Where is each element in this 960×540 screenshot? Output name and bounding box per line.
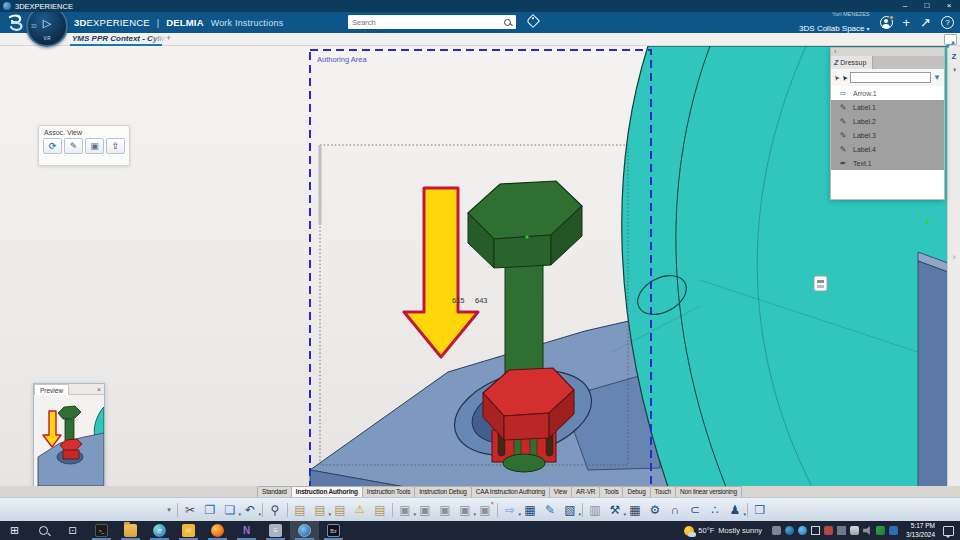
linkage-icon[interactable]: ∴	[705, 500, 725, 519]
marker-pen-icon[interactable]: ✎	[540, 500, 560, 519]
onedrive-tray-icon[interactable]	[811, 526, 820, 535]
assoc-sync-button[interactable]: ⟳	[43, 138, 62, 154]
taskbar-clock[interactable]: 5:17 PM 3/13/2024	[906, 522, 935, 538]
maximize-button[interactable]: □	[916, 0, 938, 12]
edge-browser-button[interactable]: e	[145, 521, 174, 540]
tab-dressup[interactable]: Z Dressup	[831, 56, 873, 69]
task-view-button[interactable]: ⊡	[58, 521, 87, 540]
connector-icon[interactable]: ⊂	[685, 500, 705, 519]
start-button[interactable]: ⊞	[0, 521, 29, 540]
tab-caa-instruction-authoring[interactable]: CAA Instruction Authoring	[471, 486, 550, 497]
capture-edit-icon[interactable]: ▣	[455, 500, 475, 519]
dressup-dock-icon[interactable]: Z	[952, 52, 957, 61]
direction-arrow[interactable]	[404, 188, 478, 357]
validate-user-icon[interactable]: ♟	[725, 500, 745, 519]
capture-icon[interactable]: ▣	[395, 500, 415, 519]
share-button[interactable]: ↗	[920, 16, 931, 29]
pointer-select-icon[interactable]: ➤	[840, 73, 850, 83]
firefox-browser-button[interactable]	[203, 521, 232, 540]
dock-chevron-icon[interactable]: ›	[953, 252, 956, 262]
behavior-dock-icon[interactable]: ◑	[952, 65, 957, 74]
new-tab-button[interactable]: +	[166, 33, 171, 43]
help-button[interactable]: ?	[941, 16, 954, 29]
work-instruction-warning-icon[interactable]: ⚠	[350, 500, 370, 519]
bz-app-button[interactable]: Bz	[319, 521, 348, 540]
close-button[interactable]: ×	[938, 0, 960, 12]
mail-app-button[interactable]: ✉	[174, 521, 203, 540]
kinematics-icon[interactable]: ⚙	[645, 500, 665, 519]
weather-widget[interactable]: 50°F Mostly sunny	[684, 526, 762, 536]
profile-avatar[interactable]	[880, 16, 893, 29]
dressup-item-arrow1[interactable]: ⇨ Arrow.1	[831, 86, 944, 100]
notification-center-icon[interactable]	[943, 526, 954, 536]
work-instruction-check-icon[interactable]: ▤	[330, 500, 350, 519]
preview-thumbnail[interactable]	[34, 395, 104, 486]
capture-delete-icon[interactable]: ▣	[475, 500, 495, 519]
dressup-filter-input[interactable]	[850, 72, 931, 83]
work-instruction-edit-icon[interactable]: ▤	[290, 500, 310, 519]
user-collab-space[interactable]: Yuri MENEZES 3DS Collab Space▾	[799, 11, 869, 35]
assoc-export-button[interactable]: ⇧	[106, 138, 125, 154]
add-content-button[interactable]: +	[903, 16, 911, 29]
display-tray-icon[interactable]	[824, 526, 833, 535]
cut-icon[interactable]: ✂	[180, 500, 200, 519]
dressup-item-label3[interactable]: ✎ Label.3	[831, 128, 944, 142]
dressup-item-label4[interactable]: ✎ Label.4	[831, 142, 944, 156]
skype-tray-icon[interactable]	[772, 526, 781, 535]
dressup-item-label1[interactable]: ✎ Label.1	[831, 100, 944, 114]
copy-icon[interactable]: ❐	[200, 500, 220, 519]
tab-instruction-authoring[interactable]: Instruction Authoring	[291, 486, 363, 497]
browser-update-tray-icon[interactable]	[798, 526, 807, 535]
report-icon[interactable]: ❒	[750, 500, 770, 519]
storyboard-icon[interactable]: ▥	[585, 500, 605, 519]
preview-tab[interactable]: Preview	[34, 384, 69, 395]
next-step-icon[interactable]: ⇨	[500, 500, 520, 519]
arch-icon[interactable]: ∩	[665, 500, 685, 519]
dressup-panel-grip[interactable]: ›	[831, 48, 944, 56]
threedexperience-app-button[interactable]	[290, 521, 319, 540]
tab-ppr-context[interactable]: YMS PPR Context - Cylind	[72, 34, 167, 43]
tab-standard[interactable]: Standard	[257, 486, 292, 497]
expand-viewport-icon[interactable]	[944, 34, 957, 45]
dressup-item-label2[interactable]: ✎ Label.2	[831, 114, 944, 128]
taskbar-search-button[interactable]	[29, 521, 58, 540]
work-instruction-settings-icon[interactable]: ▤	[370, 500, 390, 519]
volume-tray-icon[interactable]	[863, 526, 872, 535]
tab-view[interactable]: View	[549, 486, 572, 497]
terminal-app-button[interactable]: >_	[87, 521, 116, 540]
filter-icon[interactable]: ▼	[933, 73, 941, 82]
3d-viewport[interactable]: 615 643 Authoring Area	[0, 46, 960, 487]
dressup-item-text1[interactable]: ✒ Text.1	[831, 156, 944, 170]
tab-instruction-tools[interactable]: Instruction Tools	[362, 486, 415, 497]
capture-update-icon[interactable]: ▣	[435, 500, 455, 519]
snip-tray-icon[interactable]	[876, 526, 885, 535]
search-input[interactable]	[348, 18, 504, 27]
tab-ar-vr[interactable]: AR-VR	[571, 486, 600, 497]
scene-marker[interactable]	[814, 276, 827, 291]
dressup-tool-icon[interactable]: ⚒	[605, 500, 625, 519]
simulation-icon[interactable]: ▦	[625, 500, 645, 519]
close-icon[interactable]: ×	[97, 386, 101, 393]
search-icon[interactable]	[504, 19, 511, 26]
zoom-select-icon[interactable]: ⚲	[265, 500, 285, 519]
screen-annotate-icon[interactable]: ▦	[520, 500, 540, 519]
assoc-capture-update-button[interactable]: ▣	[85, 138, 104, 154]
tab-tools[interactable]: Tools	[599, 486, 623, 497]
capture-frame-handle[interactable]	[319, 145, 322, 225]
paste-icon[interactable]: ❏	[220, 500, 240, 519]
work-instruction-find-icon[interactable]: ▤	[310, 500, 330, 519]
rdp-tray-icon[interactable]	[837, 526, 846, 535]
assoc-capture-edit-button[interactable]: ✎	[64, 138, 83, 154]
capture-add-icon[interactable]: ▣	[415, 500, 435, 519]
tab-touch[interactable]: Touch	[650, 486, 676, 497]
defender-tray-icon[interactable]	[850, 526, 859, 535]
undo-icon[interactable]: ↶	[240, 500, 260, 519]
notes-app-button[interactable]: ≡	[261, 521, 290, 540]
file-explorer-button[interactable]	[116, 521, 145, 540]
teams-tray-icon[interactable]	[889, 526, 898, 535]
collapse-panel-icon[interactable]: ›	[834, 48, 836, 55]
tab-debug[interactable]: Debug	[622, 486, 650, 497]
tab-non-linear-versioning[interactable]: Non linear versioning	[675, 486, 742, 497]
tab-instruction-debug[interactable]: Instruction Debug	[414, 486, 472, 497]
toolbar-overflow-icon[interactable]: ▾	[163, 500, 175, 519]
